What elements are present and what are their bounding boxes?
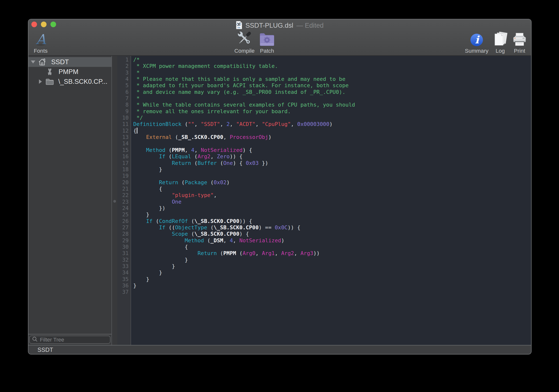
code-editor: 1234567891011121314151617181920212223242…	[117, 56, 531, 345]
summary-icon: i	[470, 30, 484, 47]
summary-button[interactable]: i Summary	[464, 30, 489, 54]
splitter-handle-icon[interactable]	[113, 200, 116, 203]
code-lines[interactable]: /* * XCPM power management compatibility…	[131, 56, 531, 345]
svg-text:DSL: DSL	[237, 27, 241, 28]
svg-text:A: A	[36, 31, 46, 47]
filter-tree-input[interactable]: Filter Tree	[29, 336, 110, 344]
fonts-icon: A	[35, 30, 47, 47]
house-icon	[38, 58, 46, 68]
main-split: SSDT PMPM	[28, 56, 531, 345]
compile-icon	[236, 30, 253, 47]
sidebar-separator	[28, 334, 111, 334]
sidebar: SSDT PMPM	[28, 56, 111, 345]
app-window: DSL SSDT-PLUG.dsl — Edited A Fonts	[28, 19, 532, 355]
edited-badge: — Edited	[296, 22, 324, 29]
document-icon: DSL	[236, 21, 242, 30]
minimize-button[interactable]	[41, 22, 47, 27]
patch-icon	[259, 30, 275, 47]
log-icon	[493, 30, 508, 47]
tree-item-sb-sck0[interactable]: \_SB.SCK0.CP...	[28, 77, 111, 86]
search-icon	[32, 336, 38, 343]
folder-icon	[46, 78, 54, 87]
status-path: SSDT	[28, 346, 53, 353]
toolbar: DSL SSDT-PLUG.dsl — Edited A Fonts	[28, 19, 531, 56]
log-button[interactable]: Log	[492, 30, 508, 54]
acpi-tree: SSDT PMPM	[28, 56, 111, 86]
tree-item-label: SSDT	[51, 58, 69, 66]
disclosure-collapsed-icon[interactable]	[39, 79, 42, 84]
zoom-button[interactable]	[50, 22, 56, 27]
split-divider[interactable]	[111, 56, 117, 345]
print-icon	[512, 30, 527, 47]
status-bar: SSDT	[28, 345, 531, 354]
method-icon	[46, 68, 54, 77]
fonts-button[interactable]: A Fonts	[30, 30, 51, 54]
patch-button[interactable]: Patch	[258, 30, 276, 54]
filter-placeholder: Filter Tree	[40, 337, 64, 343]
tree-item-pmpm[interactable]: PMPM	[28, 67, 111, 77]
window-title-group: DSL SSDT-PLUG.dsl — Edited	[236, 21, 324, 30]
print-button[interactable]: Print	[511, 30, 528, 54]
tree-item-label: PMPM	[59, 68, 78, 76]
compile-button[interactable]: Compile	[233, 30, 256, 54]
traffic-lights	[31, 22, 56, 27]
close-button[interactable]	[31, 22, 37, 27]
tree-item-label: \_SB.SCK0.CP...	[58, 78, 108, 86]
tree-item-ssdt[interactable]: SSDT	[28, 57, 111, 67]
line-numbers: 1234567891011121314151617181920212223242…	[117, 56, 131, 345]
window-title: SSDT-PLUG.dsl	[245, 22, 293, 29]
disclosure-expanded-icon[interactable]	[31, 61, 35, 63]
